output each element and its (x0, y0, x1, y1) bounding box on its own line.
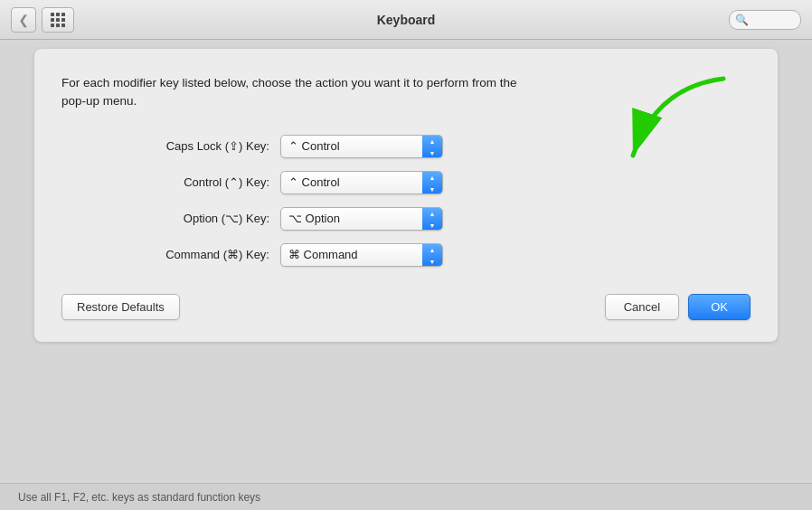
option-dropdown[interactable]: ⌥ Option (280, 207, 443, 231)
grid-button[interactable] (42, 7, 74, 33)
description-text: For each modifier key listed below, choo… (61, 74, 532, 111)
caps-lock-dropdown[interactable]: ⌃ Control (280, 135, 443, 158)
arrow-up-icon (430, 243, 436, 254)
command-label: Command (⌘) Key: (98, 248, 269, 261)
caps-lock-arrow[interactable] (422, 136, 442, 157)
search-icon: 🔍 (735, 14, 749, 26)
command-dropdown[interactable]: ⌘ Command (280, 243, 443, 267)
arrow-down-icon (430, 255, 436, 266)
caps-lock-label: Caps Lock (⇪) Key: (98, 139, 269, 153)
arrow-down-icon (430, 146, 436, 157)
restore-defaults-button[interactable]: Restore Defaults (61, 294, 180, 320)
titlebar-right-controls: 🔍 (729, 10, 801, 30)
right-action-buttons: Cancel OK (605, 294, 751, 320)
app-window: ❯ Keyboard 🔍 For each modifier key liste… (0, 0, 812, 510)
arrow-up-icon (430, 171, 436, 182)
caps-lock-row: Caps Lock (⇪) Key: ⌃ Control (98, 135, 443, 158)
bottom-bar: Use all F1, F2, etc. keys as standard fu… (0, 483, 812, 510)
titlebar-left-controls: ❯ (11, 7, 74, 33)
ok-button[interactable]: OK (688, 294, 751, 320)
command-value: ⌘ Command (288, 248, 422, 261)
titlebar: ❯ Keyboard 🔍 (0, 0, 812, 40)
command-arrow[interactable] (422, 244, 442, 266)
control-row: Control (⌃) Key: ⌃ Control (98, 171, 443, 194)
bottom-buttons-row: Restore Defaults Cancel OK (61, 294, 751, 320)
arrow-up-icon (430, 135, 436, 146)
arrow-up-icon (430, 207, 436, 218)
back-button[interactable]: ❯ (11, 7, 36, 33)
modifier-keys-panel: For each modifier key listed below, choo… (34, 49, 778, 342)
control-arrow[interactable] (422, 172, 442, 194)
grid-icon (51, 13, 65, 27)
control-label: Control (⌃) Key: (98, 175, 269, 189)
stepper-icon (430, 207, 436, 230)
caps-lock-value: ⌃ Control (288, 139, 422, 153)
stepper-icon (430, 243, 436, 266)
stepper-icon (430, 171, 436, 194)
option-value: ⌥ Option (288, 212, 422, 225)
option-label: Option (⌥) Key: (98, 212, 269, 225)
control-dropdown[interactable]: ⌃ Control (280, 171, 443, 194)
window-title: Keyboard (377, 13, 436, 27)
modifier-rows-container: Caps Lock (⇪) Key: ⌃ Control Control (61, 135, 751, 267)
control-value: ⌃ Control (288, 175, 422, 189)
cancel-button[interactable]: Cancel (605, 294, 679, 320)
arrow-down-icon (430, 219, 436, 230)
chevron-right-icon: ❯ (18, 13, 29, 27)
option-row: Option (⌥) Key: ⌥ Option (98, 207, 443, 231)
command-row: Command (⌘) Key: ⌘ Command (98, 243, 443, 267)
bottom-bar-text: Use all F1, F2, etc. keys as standard fu… (18, 491, 260, 504)
stepper-icon (430, 135, 436, 157)
arrow-down-icon (430, 183, 436, 194)
search-box[interactable]: 🔍 (729, 10, 801, 30)
option-arrow[interactable] (422, 208, 442, 230)
